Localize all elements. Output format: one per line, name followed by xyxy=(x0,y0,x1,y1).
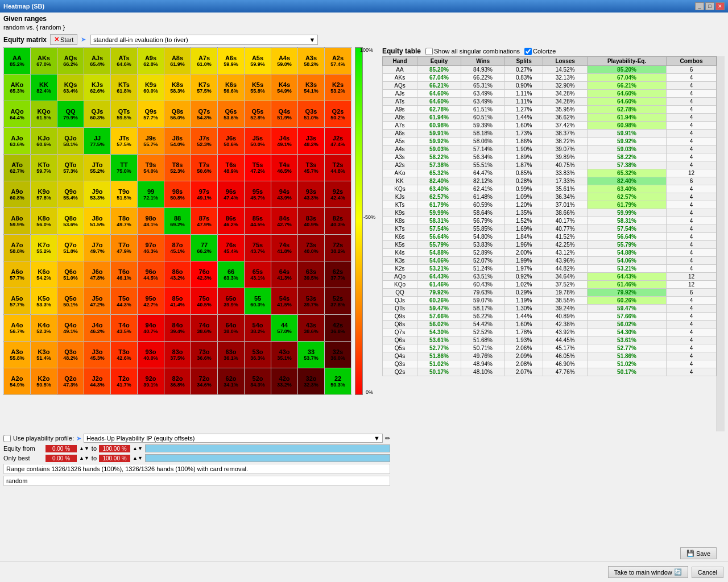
heatmap-cell[interactable]: JJ77.5% xyxy=(84,128,111,155)
heatmap-cell[interactable]: 4457.0% xyxy=(271,315,298,342)
equity-row[interactable]: A3s 58.22% 56.34% 1.89% 39.89% 58.22% 4 xyxy=(383,153,717,161)
heatmap-cell[interactable]: K5o53.3% xyxy=(31,288,57,315)
equity-row[interactable]: A4s 59.03% 57.14% 1.90% 39.07% 59.03% 4 xyxy=(383,146,717,153)
heatmap-cell[interactable]: 94s43.9% xyxy=(271,181,298,208)
heatmap-cell[interactable]: J2o44.3% xyxy=(84,368,111,395)
heatmap-cell[interactable]: K5s55.8% xyxy=(245,74,271,101)
equity-row[interactable]: AKo 65.32% 64.47% 0.85% 33.83% 65.32% 12 xyxy=(383,169,717,177)
heatmap-cell[interactable]: 2250.3% xyxy=(325,368,351,395)
heatmap-cell[interactable]: T3s45.7% xyxy=(298,155,325,181)
heatmap-cell[interactable]: 63o36.1% xyxy=(218,342,245,368)
heatmap-cell[interactable]: 96o44.5% xyxy=(138,261,164,288)
heatmap-cell[interactable]: QJs60.3% xyxy=(84,101,111,128)
cancel-button[interactable]: Cancel xyxy=(692,567,723,578)
heatmap-cell[interactable]: 97s49.1% xyxy=(191,181,218,208)
heatmap-cell[interactable]: T4s46.5% xyxy=(271,155,298,181)
heatmap-cell[interactable]: J3s48.2% xyxy=(298,128,325,155)
heatmap-cell[interactable]: A8o59.9% xyxy=(4,208,31,235)
equity-row[interactable]: AQo 64.43% 63.51% 0.92% 34.64% 64.43% 12 xyxy=(383,273,717,281)
equity-row[interactable]: AKs 67.04% 66.22% 0.83% 32.13% 67.04% 4 xyxy=(383,74,717,82)
heatmap-cell[interactable]: 86o43.2% xyxy=(164,261,191,288)
heatmap-cell[interactable]: A3o55.8% xyxy=(4,342,31,368)
heatmap-cell[interactable]: 64s41.3% xyxy=(271,261,298,288)
start-button[interactable]: ✕ Start xyxy=(50,34,77,45)
heatmap-cell[interactable]: AQs66.2% xyxy=(57,48,84,74)
heatmap-cell[interactable]: AKo65.3% xyxy=(4,74,31,101)
heatmap-cell[interactable]: A7o58.8% xyxy=(4,235,31,261)
only-best-to-spinner[interactable]: ▲▼ xyxy=(133,455,143,461)
heatmap-cell[interactable]: 92s42.4% xyxy=(325,181,351,208)
heatmap-cell[interactable]: Q2o47.3% xyxy=(57,368,84,395)
heatmap-cell[interactable]: 86s46.2% xyxy=(218,208,245,235)
heatmap-cell[interactable]: 76o42.3% xyxy=(191,261,218,288)
heatmap-cell[interactable]: A9s62.8% xyxy=(138,48,164,74)
equity-row[interactable]: Q6s 53.61% 51.68% 1.93% 44.45% 53.61% 4 xyxy=(383,336,717,344)
heatmap-cell[interactable]: 97o46.3% xyxy=(138,235,164,261)
heatmap-cell[interactable]: K9o57.8% xyxy=(31,181,57,208)
heatmap-cell[interactable]: J8o51.5% xyxy=(84,208,111,235)
heatmap-cell[interactable]: A3s58.2% xyxy=(298,48,325,74)
heatmap-cell[interactable]: Q8s56.0% xyxy=(164,101,191,128)
heatmap-cell[interactable]: KJo60.6% xyxy=(31,128,57,155)
minimize-button[interactable]: _ xyxy=(695,2,704,10)
heatmap-cell[interactable]: AJs65.4% xyxy=(84,48,111,74)
heatmap-cell[interactable]: KTo59.7% xyxy=(31,155,57,181)
heatmap-cell[interactable]: Q2s50.2% xyxy=(325,101,351,128)
equity-row[interactable]: Q9s 57.66% 56.22% 1.44% 40.89% 57.66% 4 xyxy=(383,313,717,321)
heatmap-cell[interactable]: A2s57.4% xyxy=(325,48,351,74)
equity-row[interactable]: QTs 59.47% 58.17% 1.30% 39.24% 59.47% 4 xyxy=(383,305,717,313)
maximize-button[interactable]: □ xyxy=(705,2,714,10)
only-best-slider[interactable] xyxy=(145,454,390,462)
equity-row[interactable]: K7s 57.54% 55.85% 1.69% 40.77% 57.54% 4 xyxy=(383,225,717,233)
heatmap-cell[interactable]: 53o36.3% xyxy=(245,342,271,368)
heatmap-cell[interactable]: 42s36.8% xyxy=(325,315,351,342)
heatmap-cell[interactable]: 83o37.5% xyxy=(164,342,191,368)
heatmap-cell[interactable]: 95s45.7% xyxy=(245,181,271,208)
equity-row[interactable]: K9s 59.99% 58.64% 1.35% 38.66% 59.99% 4 xyxy=(383,209,717,217)
equity-row[interactable]: KQo 61.46% 60.43% 1.02% 37.52% 61.46% 12 xyxy=(383,281,717,289)
equity-row[interactable]: QQ 79.92% 79.63% 0.29% 19.78% 79.92% 6 xyxy=(383,289,717,297)
show-singular-checkbox-label[interactable]: Show all singular combinations xyxy=(425,48,520,55)
heatmap-cell[interactable]: K3o51.4% xyxy=(31,342,57,368)
heatmap-cell[interactable]: 3353.7% xyxy=(298,342,325,368)
heatmap-cell[interactable]: 75s43.7% xyxy=(245,235,271,261)
equity-row[interactable]: Q2s 50.17% 48.10% 2.07% 47.76% 50.17% 4 xyxy=(383,368,717,376)
heatmap-cell[interactable]: K8o56.0% xyxy=(31,208,57,235)
equity-row[interactable]: K6s 56.64% 54.80% 1.84% 41.52% 56.64% 4 xyxy=(383,233,717,241)
heatmap-cell[interactable]: T3o42.6% xyxy=(111,342,138,368)
equity-row[interactable]: Q4s 51.86% 49.76% 2.09% 46.05% 51.86% 4 xyxy=(383,352,717,360)
heatmap-cell[interactable]: Q3o48.2% xyxy=(57,342,84,368)
heatmap-cell[interactable]: J9o53.3% xyxy=(84,181,111,208)
heatmap-cell[interactable]: 52o34.3% xyxy=(245,368,271,395)
heatmap-cell[interactable]: AQo64.4% xyxy=(4,101,31,128)
heatmap-cell[interactable]: 43s38.6% xyxy=(298,315,325,342)
heatmap-cell[interactable]: Q9s57.7% xyxy=(138,101,164,128)
heatmap-cell[interactable]: J7o49.7% xyxy=(84,235,111,261)
heatmap-cell[interactable]: 65s43.1% xyxy=(245,261,271,288)
heatmap-cell[interactable]: AJo63.6% xyxy=(4,128,31,155)
equity-row[interactable]: KJs 62.57% 61.48% 1.09% 36.34% 62.57% 4 xyxy=(383,193,717,201)
heatmap-cell[interactable]: Q3s51.0% xyxy=(298,101,325,128)
heatmap-cell[interactable]: 87o45.1% xyxy=(164,235,191,261)
equity-row[interactable]: Q8s 56.02% 54.42% 1.60% 42.38% 56.02% 4 xyxy=(383,321,717,329)
equity-row[interactable]: AA 85.20% 84.93% 0.27% 14.52% 85.20% 6 xyxy=(383,66,717,74)
heatmap-cell[interactable]: A5s59.9% xyxy=(245,48,271,74)
equity-row[interactable]: ATs 64.60% 63.49% 1.11% 34.28% 64.60% 4 xyxy=(383,98,717,106)
equity-row[interactable]: K3s 54.06% 52.07% 1.99% 43.96% 54.06% 4 xyxy=(383,257,717,265)
heatmap-cell[interactable]: AKs67.0% xyxy=(31,48,57,74)
heatmap-cell[interactable]: J5s50.0% xyxy=(245,128,271,155)
heatmap-cell[interactable]: K6s56.6% xyxy=(218,74,245,101)
heatmap-cell[interactable]: 93s43.3% xyxy=(298,181,325,208)
heatmap-cell[interactable]: Q7s54.3% xyxy=(191,101,218,128)
equity-row[interactable]: A6s 59.91% 58.18% 1.73% 38.37% 59.91% 4 xyxy=(383,130,717,138)
heatmap-cell[interactable]: Q4s51.9% xyxy=(271,101,298,128)
heatmap-cell[interactable]: 73o36.6% xyxy=(191,342,218,368)
heatmap-cell[interactable]: 74o38.6% xyxy=(191,315,218,342)
heatmap-cell[interactable]: J4s49.1% xyxy=(271,128,298,155)
heatmap-cell[interactable]: QTs59.5% xyxy=(111,101,138,128)
heatmap-cell[interactable]: A9o60.8% xyxy=(4,181,31,208)
heatmap-cell[interactable]: 52s37.8% xyxy=(325,288,351,315)
heatmap-cell[interactable]: ATo62.7% xyxy=(4,155,31,181)
heatmap-cell[interactable]: T2o41.7% xyxy=(111,368,138,395)
equity-row[interactable]: KTs 61.79% 60.59% 1.20% 37.01% 61.79% 4 xyxy=(383,201,717,209)
